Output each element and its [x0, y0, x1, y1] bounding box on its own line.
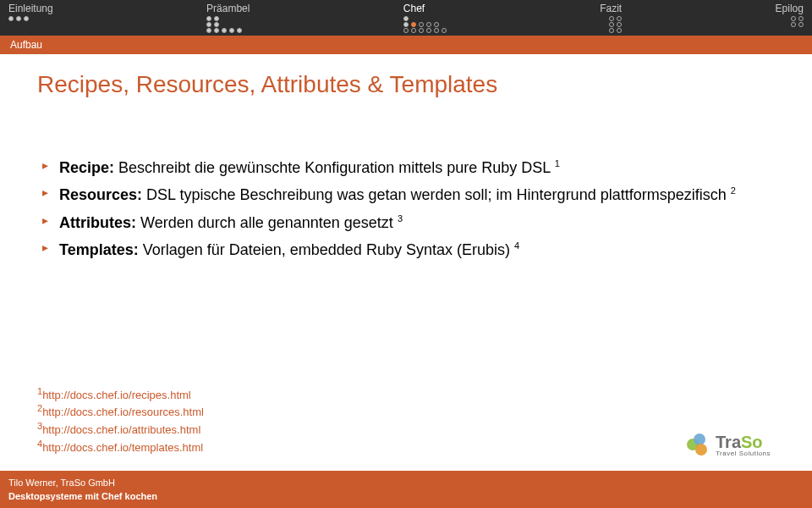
slide-body: Recipes, Resources, Attributes & Templat… [0, 54, 812, 260]
bullet-term: Recipe: [59, 159, 114, 176]
footnote-ref: 3 [398, 213, 403, 224]
footnote-text: http://docs.chef.io/templates.html [42, 441, 203, 454]
bullet-text: Vorlagen für Dateien, embedded Ruby Synt… [139, 241, 514, 258]
logo-word-a: Tra [716, 433, 741, 451]
footnote-text: http://docs.chef.io/attributes.html [42, 424, 200, 437]
nav-section-praeambel[interactable]: Präambel [206, 2, 250, 36]
footer-title: Desktopsysteme mit Chef kochen [8, 491, 804, 501]
nav-section-fazit[interactable]: Fazit [600, 2, 622, 36]
footnote-text: http://docs.chef.io/recipes.html [42, 389, 191, 401]
footnote: 2http://docs.chef.io/resources.html [37, 402, 204, 420]
progress-dots [791, 16, 804, 27]
footnote: 4http://docs.chef.io/templates.html [37, 438, 204, 456]
logo-icon [687, 433, 710, 457]
footnote-ref: 1 [555, 158, 560, 168]
list-item: Resources: DSL typische Beschreibung was… [37, 185, 775, 205]
logo-tagline: Travel Solutions [716, 450, 771, 457]
list-item: Recipe: Beschreibt die gewünschte Konfig… [37, 157, 775, 178]
section-subtitle: Aufbau [0, 36, 812, 54]
progress-dots [8, 16, 29, 21]
bullet-term: Templates: [59, 241, 139, 258]
list-item: Attributes: Werden durch alle genannten … [37, 213, 775, 233]
footnote: 3http://docs.chef.io/attributes.html [37, 420, 204, 438]
bullet-text: DSL typische Beschreibung was getan werd… [142, 186, 731, 203]
bullet-text: Werden durch alle genannten gesetzt [136, 214, 398, 231]
nav-label[interactable]: Epilog [776, 2, 804, 15]
list-item: Templates: Vorlagen für Dateien, embedde… [37, 240, 775, 260]
brand-logo: TraSo Travel Solutions [687, 428, 788, 462]
nav-bar: Einleitung Präambel Chef Fazit Epilog [0, 0, 812, 36]
bullet-term: Attributes: [59, 214, 136, 231]
slide-title: Recipes, Resources, Attributes & Templat… [37, 71, 775, 98]
bullet-list: Recipe: Beschreibt die gewünschte Konfig… [37, 157, 775, 260]
footer-author: Tilo Werner, TraSo GmbH [8, 478, 804, 488]
progress-dots [206, 16, 242, 33]
footnote: 1http://docs.chef.io/recipes.html [37, 385, 204, 403]
nav-label[interactable]: Einleitung [8, 2, 53, 15]
footnote-ref: 2 [731, 185, 736, 196]
nav-section-epilog[interactable]: Epilog [776, 2, 804, 36]
nav-label[interactable]: Fazit [600, 2, 622, 15]
bullet-text: Beschreibt die gewünschte Konfiguration … [114, 159, 555, 176]
nav-label[interactable]: Chef [403, 2, 425, 15]
nav-section-chef[interactable]: Chef [403, 2, 447, 36]
footnotes: 1http://docs.chef.io/recipes.html 2http:… [37, 385, 204, 456]
nav-section-einleitung[interactable]: Einleitung [8, 2, 53, 36]
progress-dots [403, 16, 447, 33]
logo-word-b: So [741, 433, 763, 451]
footer: Tilo Werner, TraSo GmbH Desktopsysteme m… [0, 471, 812, 508]
bullet-term: Resources: [59, 186, 142, 203]
footnote-ref: 4 [514, 240, 519, 251]
logo-text: TraSo Travel Solutions [716, 433, 771, 457]
footnote-text: http://docs.chef.io/resources.html [42, 406, 204, 419]
nav-label[interactable]: Präambel [206, 2, 250, 15]
progress-dots [609, 16, 622, 33]
